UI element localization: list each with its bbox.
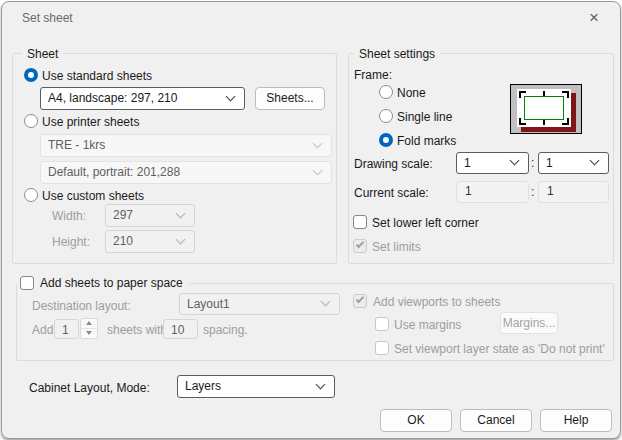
frame-none-label: None bbox=[397, 86, 426, 100]
width-combobox: 297 bbox=[105, 204, 195, 227]
set-lower-left-corner-checkbox[interactable] bbox=[353, 215, 367, 229]
printer-combobox: TRE - 1krs bbox=[40, 134, 332, 157]
scale-colon: : bbox=[531, 156, 534, 170]
margins-button: Margins... bbox=[500, 312, 558, 334]
use-printer-sheets-radio[interactable] bbox=[24, 114, 38, 128]
frame-single-line-radio[interactable] bbox=[379, 109, 393, 123]
chevron-down-icon bbox=[226, 91, 236, 101]
add-sheets-paper-space-label: Add sheets to paper space bbox=[40, 276, 183, 290]
chevron-down-icon bbox=[313, 138, 323, 148]
add-viewports-checkbox bbox=[353, 294, 367, 308]
fold-mark-icon bbox=[543, 91, 545, 96]
height-label: Height: bbox=[52, 235, 90, 249]
viewport-layer-label: Set viewport layer state as 'Do not prin… bbox=[394, 342, 605, 356]
frame-fold-marks-label: Fold marks bbox=[397, 134, 456, 148]
down-arrow-icon bbox=[86, 331, 92, 335]
set-limits-checkbox bbox=[353, 239, 367, 253]
set-limits-label: Set limits bbox=[372, 240, 421, 254]
destination-layout-label: Destination layout: bbox=[32, 299, 131, 313]
use-custom-sheets-radio[interactable] bbox=[24, 188, 38, 202]
help-button[interactable]: Help bbox=[540, 409, 612, 432]
drawing-scale-right-combobox[interactable]: 1 bbox=[538, 152, 609, 174]
height-combobox: 210 bbox=[105, 230, 195, 253]
width-value: 297 bbox=[113, 208, 133, 222]
preview-shadow-right bbox=[571, 93, 576, 131]
paper-space-group-caption: Add sheets to paper space bbox=[17, 273, 189, 293]
spinner-down-button bbox=[81, 329, 97, 339]
ok-button[interactable]: OK bbox=[380, 409, 452, 432]
drawing-scale-right-value: 1 bbox=[546, 156, 553, 170]
use-custom-sheets-label: Use custom sheets bbox=[42, 189, 144, 203]
sheet-settings-group-title: Sheet settings bbox=[354, 47, 440, 61]
set-sheet-dialog: Set sheet × Sheet Use standard sheets A4… bbox=[1, 1, 621, 439]
sheet-group-title: Sheet bbox=[22, 47, 63, 61]
frame-single-line-label: Single line bbox=[397, 110, 452, 124]
current-scale-label: Current scale: bbox=[354, 186, 429, 200]
add-sheets-paper-space-checkbox[interactable] bbox=[20, 276, 34, 290]
spinner-up-button bbox=[81, 319, 97, 329]
viewport-layer-checkbox bbox=[375, 341, 389, 355]
fold-mark-icon bbox=[562, 91, 569, 98]
current-scale-right-field: 1 bbox=[538, 181, 609, 203]
close-icon[interactable]: × bbox=[583, 7, 605, 29]
sheet-preview bbox=[510, 84, 582, 134]
checkmark-icon bbox=[356, 295, 364, 303]
preview-frame-rect bbox=[524, 96, 564, 120]
printer-value: TRE - 1krs bbox=[48, 138, 105, 152]
sheets-button[interactable]: Sheets... bbox=[255, 87, 325, 110]
set-lower-left-corner-label: Set lower left corner bbox=[372, 216, 479, 230]
cabinet-layout-mode-label: Cabinet Layout, Mode: bbox=[29, 381, 150, 395]
chevron-down-icon bbox=[316, 379, 326, 389]
spacing-field: 10 bbox=[163, 319, 198, 339]
current-scale-left-field: 1 bbox=[456, 181, 529, 203]
use-standard-sheets-label: Use standard sheets bbox=[42, 69, 152, 83]
preview-shadow-bottom bbox=[521, 127, 576, 132]
fold-mark-icon bbox=[562, 118, 569, 125]
printer-size-value: Default, portrait: 201,288 bbox=[48, 165, 180, 179]
chevron-down-icon bbox=[176, 208, 186, 218]
standard-sheet-value: A4, landscape: 297, 210 bbox=[48, 91, 177, 105]
drawing-scale-label: Drawing scale: bbox=[354, 157, 433, 171]
fold-mark-icon bbox=[519, 118, 526, 125]
drawing-scale-left-combobox[interactable]: 1 bbox=[456, 152, 529, 174]
cabinet-layout-mode-combobox[interactable]: Layers bbox=[177, 375, 335, 398]
destination-layout-value: Layout1 bbox=[187, 297, 230, 311]
use-margins-label: Use margins bbox=[394, 318, 461, 332]
frame-label: Frame: bbox=[354, 68, 392, 82]
height-value: 210 bbox=[113, 234, 133, 248]
chevron-down-icon bbox=[590, 156, 600, 166]
cancel-button[interactable]: Cancel bbox=[460, 409, 532, 432]
frame-fold-marks-radio[interactable] bbox=[379, 133, 393, 147]
chevron-down-icon bbox=[510, 156, 520, 166]
preview-paper bbox=[517, 89, 571, 127]
cabinet-layout-mode-value: Layers bbox=[185, 379, 221, 393]
spacing-label: spacing. bbox=[203, 323, 248, 337]
add-viewports-label: Add viewports to sheets bbox=[373, 295, 500, 309]
use-margins-checkbox bbox=[375, 317, 389, 331]
sheets-with-label: sheets with bbox=[107, 323, 167, 337]
use-printer-sheets-label: Use printer sheets bbox=[42, 115, 139, 129]
printer-size-combobox: Default, portrait: 201,288 bbox=[40, 161, 332, 184]
standard-sheet-combobox[interactable]: A4, landscape: 297, 210 bbox=[40, 87, 245, 110]
up-arrow-icon bbox=[86, 321, 92, 325]
sheet-count-spinner bbox=[80, 318, 98, 339]
current-scale-colon: : bbox=[531, 185, 534, 199]
destination-layout-combobox: Layout1 bbox=[179, 293, 340, 315]
sheet-count-field: 1 bbox=[54, 319, 79, 339]
fold-mark-icon bbox=[519, 91, 526, 98]
fold-mark-icon bbox=[543, 120, 545, 125]
drawing-scale-left-value: 1 bbox=[464, 156, 471, 170]
chevron-down-icon bbox=[176, 234, 186, 244]
chevron-down-icon bbox=[313, 165, 323, 175]
add-label: Add bbox=[32, 323, 53, 337]
dialog-title: Set sheet bbox=[22, 11, 73, 25]
checkmark-icon bbox=[356, 240, 364, 248]
width-label: Width: bbox=[52, 209, 86, 223]
use-standard-sheets-radio[interactable] bbox=[24, 68, 38, 82]
frame-none-radio[interactable] bbox=[379, 85, 393, 99]
chevron-down-icon bbox=[321, 297, 331, 307]
